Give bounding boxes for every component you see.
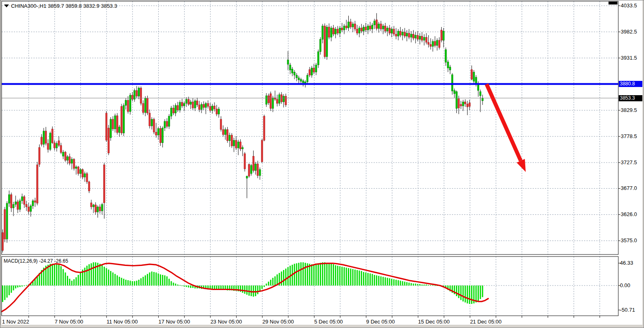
price-axis-label: 3626.0 xyxy=(621,211,637,217)
time-axis-label: 11 Nov 05:00 xyxy=(106,319,137,325)
macd-axis-label: -50.71 xyxy=(620,307,635,313)
time-axis-label: 1 Nov 2022 xyxy=(2,319,29,325)
candlestick-chart[interactable] xyxy=(0,0,644,328)
macd-histogram xyxy=(2,262,483,304)
time-axis-label: 29 Nov 05:00 xyxy=(262,319,294,325)
price-axis-label: 3575.0 xyxy=(621,237,637,243)
window-edge-bottom xyxy=(0,325,644,328)
mt4-chart-window: CHINA300-,H1 3859.7 3859.8 3832.9 3853.3… xyxy=(0,0,644,328)
time-axis-label: 23 Nov 05:00 xyxy=(210,319,242,325)
trend-arrow[interactable] xyxy=(487,84,526,172)
chart-shift-marker[interactable] xyxy=(609,2,617,4)
price-axis-label: 3829.5 xyxy=(621,107,637,113)
symbol-dropdown-icon[interactable] xyxy=(4,4,9,7)
macd-indicator-label: MACD(12,26,9) -24.27 -26.65 xyxy=(4,258,68,264)
macd-axis-label: 0.00 xyxy=(620,282,630,288)
time-axis-label: 5 Dec 05:00 xyxy=(314,319,343,325)
window-edge-left xyxy=(0,0,1,328)
macd-axis-label: 46.33 xyxy=(620,260,633,266)
candles xyxy=(2,13,484,252)
price-axis-label: 3677.0 xyxy=(621,185,637,191)
price-axis-label: 3931.5 xyxy=(621,55,637,61)
horizontal-line-3880[interactable] xyxy=(2,83,618,85)
price-axis-label: 3778.5 xyxy=(621,133,637,139)
current-price-tag: 3853.3 xyxy=(619,95,644,101)
price-axis-label: 3727.5 xyxy=(621,159,637,165)
time-axis-label: 7 Nov 05:00 xyxy=(55,319,83,325)
window-edge-right xyxy=(642,0,644,328)
time-axis-label: 17 Nov 05:00 xyxy=(159,319,190,325)
time-axis-label: 21 Dec 05:00 xyxy=(470,319,501,325)
time-axis-label: 9 Dec 05:00 xyxy=(366,319,395,325)
hline-price-tag: 3880.8 xyxy=(619,81,644,87)
chart-title: CHINA300-,H1 3859.7 3859.8 3832.9 3853.3 xyxy=(11,3,117,9)
price-axis-label: 4033.5 xyxy=(621,2,637,9)
time-axis-label: 15 Dec 05:00 xyxy=(418,319,449,325)
price-axis-label: 3982.5 xyxy=(621,29,637,35)
